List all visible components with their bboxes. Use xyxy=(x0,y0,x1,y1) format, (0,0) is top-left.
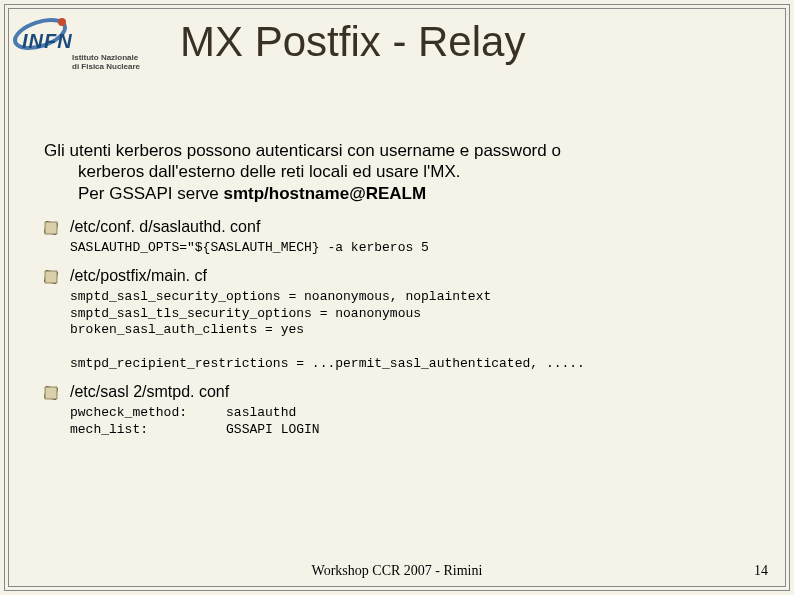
file-path: /etc/sasl 2/smtpd. conf xyxy=(70,383,229,401)
intro-paragraph: Gli utenti kerberos possono autenticarsi… xyxy=(44,140,750,204)
bullet-icon xyxy=(44,270,58,284)
page-number: 14 xyxy=(754,563,768,579)
footer-text: Workshop CCR 2007 - Rimini xyxy=(0,563,794,579)
svg-rect-3 xyxy=(45,222,57,234)
logo-subtitle: Istituto Nazionale di Fisica Nucleare xyxy=(72,54,140,72)
file-path: /etc/conf. d/saslauthd. conf xyxy=(70,218,260,236)
svg-point-1 xyxy=(58,18,66,26)
code-block: SASLAUTHD_OPTS="${SASLAUTH_MECH} -a kerb… xyxy=(70,240,750,257)
bullet-icon xyxy=(44,221,58,235)
code-block: smptd_sasl_security_options = noanonymou… xyxy=(70,289,750,373)
bullet-item: /etc/postfix/main. cf xyxy=(44,267,750,285)
bullet-icon xyxy=(44,386,58,400)
slide-content: Gli utenti kerberos possono autenticarsi… xyxy=(44,140,750,449)
bullet-item: /etc/sasl 2/smtpd. conf xyxy=(44,383,750,401)
svg-rect-7 xyxy=(45,387,57,399)
slide-title: MX Postfix - Relay xyxy=(180,18,525,66)
file-path: /etc/postfix/main. cf xyxy=(70,267,207,285)
bullet-item: /etc/conf. d/saslauthd. conf xyxy=(44,218,750,236)
logo-acronym: INFN xyxy=(22,30,73,53)
infn-logo: INFN Istituto Nazionale di Fisica Nuclea… xyxy=(14,14,164,74)
svg-rect-5 xyxy=(45,271,57,283)
code-block: pwcheck_method: saslauthd mech_list: GSS… xyxy=(70,405,750,439)
